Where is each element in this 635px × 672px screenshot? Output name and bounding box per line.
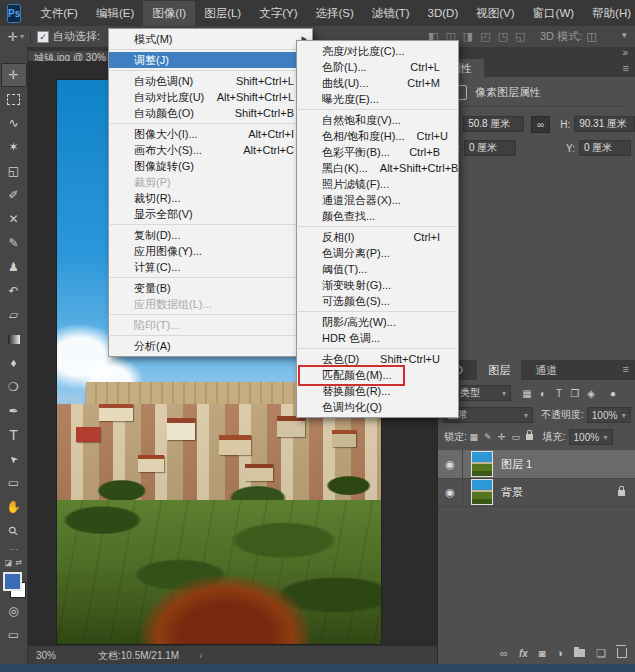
filter-toggle-icon[interactable]: ● — [605, 388, 621, 399]
tool-marquee[interactable] — [1, 87, 27, 111]
menu-item-color-balance[interactable]: 色彩平衡(B)...Ctrl+B — [297, 144, 458, 160]
menu-item-canvas-size[interactable]: 画布大小(S)...Alt+Ctrl+C — [109, 142, 312, 158]
menubar-item-image[interactable]: 图像(I) — [143, 1, 195, 26]
layer-row-background[interactable]: ◉ 背景 — [438, 478, 635, 507]
tool-eraser[interactable]: ▱ — [1, 303, 27, 327]
menu-item-photo-filter[interactable]: 照片滤镜(F)... — [297, 176, 458, 192]
delete-layer-icon[interactable] — [617, 646, 627, 660]
default-swatches-icon[interactable]: ◪ — [5, 558, 13, 567]
menu-item-auto-tone[interactable]: 自动色调(N)Shift+Ctrl+L — [109, 73, 312, 89]
zoom-level[interactable]: 30% — [36, 650, 56, 661]
layers-panel-menu-icon[interactable]: ≡ — [623, 363, 629, 375]
tool-hand[interactable]: ✋ — [1, 495, 27, 519]
add-mask-icon[interactable]: ◙ — [539, 647, 546, 659]
tool-blur[interactable]: ♦ — [1, 351, 27, 375]
menubar-item-select[interactable]: 选择(S) — [307, 1, 363, 26]
layer-style-icon[interactable]: fx — [519, 648, 528, 659]
tool-gradient[interactable] — [1, 327, 27, 351]
menu-item-hdr-toning[interactable]: HDR 色调... — [297, 330, 458, 346]
new-group-icon[interactable] — [574, 647, 585, 659]
menu-item-brightness-contrast[interactable]: 亮度/对比度(C)... — [297, 43, 458, 59]
tab-channels[interactable]: 通道 — [524, 360, 568, 380]
foreground-color-swatch[interactable] — [3, 572, 22, 591]
filter-pixel-icon[interactable]: ▦ — [519, 388, 535, 399]
menu-item-hue-saturation[interactable]: 色相/饱和度(H)...Ctrl+U — [297, 128, 458, 144]
tool-brush[interactable]: ✎ — [1, 231, 27, 255]
lock-transparency-icon[interactable]: ▦ — [467, 432, 481, 442]
layer-thumbnail[interactable] — [471, 479, 493, 505]
menu-item-reveal-all[interactable]: 显示全部(V) — [109, 206, 312, 222]
menu-item-selective-color[interactable]: 可选颜色(S)... — [297, 293, 458, 309]
distribute-center-icon[interactable]: ◳ — [498, 30, 508, 43]
menu-item-mode[interactable]: 模式(M)▶ — [109, 31, 312, 47]
workspace-dropdown-icon[interactable]: ▾ — [622, 30, 627, 40]
tool-dodge[interactable]: ❍ — [1, 375, 27, 399]
link-layers-icon[interactable]: ∞ — [500, 647, 508, 659]
menu-item-black-white[interactable]: 黑白(K)...Alt+Shift+Ctrl+B — [297, 160, 458, 176]
lock-paint-icon[interactable]: ✎ — [481, 432, 495, 442]
visibility-eye-icon[interactable]: ◉ — [438, 478, 463, 506]
menu-item-calculations[interactable]: 计算(C)... — [109, 259, 312, 275]
menubar-item-view[interactable]: 视图(V) — [467, 1, 523, 26]
menu-item-invert[interactable]: 反相(I)Ctrl+I — [297, 229, 458, 245]
height-field[interactable]: 90.31 厘米 — [574, 116, 635, 132]
filter-adjustment-icon[interactable]: ◐ — [535, 388, 551, 399]
visibility-eye-icon[interactable]: ◉ — [438, 450, 463, 478]
menu-item-analysis[interactable]: 分析(A)▶ — [109, 338, 312, 354]
3d-mode-icon[interactable]: ◫ — [586, 30, 596, 43]
menu-item-adjustments[interactable]: 调整(J)▶ — [109, 52, 312, 68]
screen-mode-button[interactable]: ▭ — [1, 623, 27, 647]
tool-clone-stamp[interactable]: ♟ — [1, 255, 27, 279]
menu-item-equalize[interactable]: 色调均化(Q) — [297, 399, 458, 415]
opacity-dropdown[interactable]: 100% ▾ — [587, 407, 631, 423]
link-dimensions-icon[interactable]: ∞ — [531, 116, 550, 133]
menubar-item-help[interactable]: 帮助(H) — [583, 1, 635, 26]
menubar-item-3d[interactable]: 3D(D) — [419, 1, 468, 26]
align-right-icon[interactable]: ◨ — [463, 30, 473, 43]
tool-preset-dropdown-icon[interactable]: ▾ — [20, 32, 24, 41]
menu-item-posterize[interactable]: 色调分离(P)... — [297, 245, 458, 261]
fill-dropdown[interactable]: 100% ▾ — [569, 429, 613, 445]
adjustment-layer-icon[interactable]: ◑ — [556, 647, 563, 659]
layer-name[interactable]: 背景 — [501, 485, 523, 500]
move-tool-icon[interactable]: ✛ — [8, 30, 18, 44]
quick-mask-button[interactable]: ◎ — [1, 599, 27, 623]
swap-swatches-icon[interactable]: ⇄ — [15, 558, 22, 567]
tool-magic-wand[interactable]: ✶ — [1, 135, 27, 159]
menu-item-vibrance[interactable]: 自然饱和度(V)... — [297, 112, 458, 128]
distribute-bottom-icon[interactable]: ◱ — [515, 30, 525, 43]
new-layer-icon[interactable]: ❏ — [596, 647, 606, 660]
menu-item-variables[interactable]: 变量(B)▶ — [109, 280, 312, 296]
menubar-item-filter[interactable]: 滤镜(T) — [363, 1, 419, 26]
y-field[interactable]: 0 厘米 — [579, 140, 631, 156]
menu-item-image-size[interactable]: 图像大小(I)...Alt+Ctrl+I — [109, 126, 312, 142]
menu-item-image-rotation[interactable]: 图像旋转(G)▶ — [109, 158, 312, 174]
x-field[interactable]: 0 厘米 — [464, 140, 516, 156]
menu-item-replace-color[interactable]: 替换颜色(R)... — [297, 383, 458, 399]
menu-item-channel-mixer[interactable]: 通道混合器(X)... — [297, 192, 458, 208]
toolbox-more-icon[interactable]: ⋯ — [10, 545, 18, 554]
status-chevron-icon[interactable]: › — [199, 650, 202, 661]
width-field[interactable]: 50.8 厘米 — [463, 116, 524, 132]
layer-thumbnail[interactable] — [471, 451, 493, 477]
menu-item-curves[interactable]: 曲线(U)...Ctrl+M — [297, 75, 458, 91]
tool-move[interactable]: ✛ — [1, 63, 27, 87]
tool-shape[interactable]: ▭ — [1, 471, 27, 495]
lock-all-icon[interactable] — [523, 432, 537, 442]
menu-item-gradient-map[interactable]: 渐变映射(G)... — [297, 277, 458, 293]
tool-lasso[interactable]: ∿ — [1, 111, 27, 135]
filter-smart-object-icon[interactable]: ◈ — [583, 388, 599, 399]
menubar-item-window[interactable]: 窗口(W) — [524, 1, 584, 26]
menu-item-color-lookup[interactable]: 颜色查找... — [297, 208, 458, 224]
tool-crop[interactable]: ◱ — [1, 159, 27, 183]
menu-item-apply-image[interactable]: 应用图像(Y)... — [109, 243, 312, 259]
tool-pen[interactable]: ✒ — [1, 399, 27, 423]
menubar-item-layer[interactable]: 图层(L) — [195, 1, 250, 26]
menu-item-threshold[interactable]: 阈值(T)... — [297, 261, 458, 277]
layer-name[interactable]: 图层 1 — [501, 457, 532, 472]
lock-artboard-icon[interactable]: ▭ — [509, 432, 523, 442]
menu-item-duplicate[interactable]: 复制(D)... — [109, 227, 312, 243]
tab-layers[interactable]: 图层 — [477, 360, 521, 380]
tool-path-selection[interactable]: ➤ — [1, 447, 27, 471]
tool-zoom[interactable]: ⚲ — [1, 519, 27, 543]
